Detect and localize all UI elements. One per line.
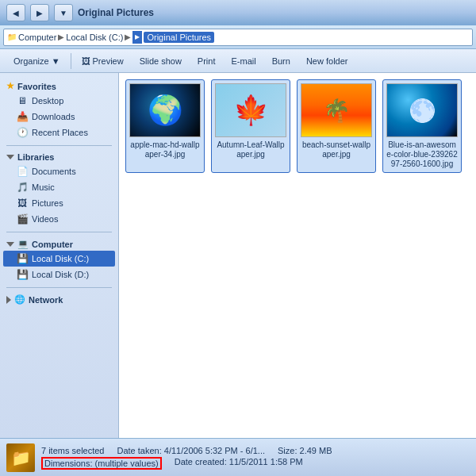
disk-d-icon: 💾 bbox=[16, 268, 29, 281]
burn-button[interactable]: Burn bbox=[265, 52, 298, 71]
sidebar-divider-3 bbox=[6, 287, 112, 288]
pictures-icon: 🖼 bbox=[16, 197, 29, 209]
address-bar: 📁 Computer ▶ Local Disk (C:) ▶ ▶ Origina… bbox=[0, 25, 476, 49]
organize-button[interactable]: Organize ▼ bbox=[6, 52, 67, 71]
status-count: 7 items selected bbox=[41, 446, 104, 455]
thumbnail-beach bbox=[301, 83, 372, 137]
network-icon: 🌐 bbox=[14, 294, 25, 305]
sidebar-favorites-header[interactable]: ★ Favorites bbox=[3, 79, 115, 93]
path-computer[interactable]: Computer bbox=[18, 33, 56, 42]
expand-icon bbox=[6, 155, 14, 159]
downloads-icon: 📥 bbox=[16, 110, 29, 123]
status-date-taken: Date taken: 4/11/2006 5:32 PM - 6/1... bbox=[117, 446, 265, 455]
dimensions-label: Dimensions: bbox=[44, 459, 93, 468]
sidebar-item-documents[interactable]: 📄 Documents bbox=[3, 163, 115, 179]
thumbnail-blue bbox=[386, 83, 458, 137]
file-area: apple-mac-hd-wallpaper-34.jpg Autumn-Lea… bbox=[119, 73, 476, 438]
toolbar: Organize ▼ 🖼 Preview Slide show Print E-… bbox=[0, 49, 476, 73]
file-label-leaf: Autumn-Leaf-Wallpaper.jpg bbox=[215, 140, 286, 159]
thumbnail-leaf bbox=[215, 83, 286, 137]
toolbar-sep1 bbox=[71, 53, 71, 69]
forward-button[interactable]: ▶ bbox=[30, 4, 49, 21]
music-icon: 🎵 bbox=[16, 181, 29, 194]
file-item-beach[interactable]: beach-sunset-wallpaper.jpg bbox=[297, 79, 376, 173]
dropdown-button[interactable]: ▼ bbox=[54, 4, 73, 21]
preview-button[interactable]: 🖼 Preview bbox=[75, 52, 131, 71]
main-area: ★ Favorites 🖥 Desktop 📥 Downloads 🕐 Rece… bbox=[0, 73, 476, 438]
thumbnail-earth bbox=[129, 83, 201, 137]
sidebar-item-local-disk-d[interactable]: 💾 Local Disk (D:) bbox=[3, 267, 115, 282]
file-label-earth: apple-mac-hd-wallpaper-34.jpg bbox=[129, 140, 201, 159]
status-bar: 📁 7 items selected Date taken: 4/11/2006… bbox=[0, 438, 476, 476]
sidebar-item-desktop[interactable]: 🖥 Desktop bbox=[3, 93, 115, 109]
path-current[interactable]: Original Pictures bbox=[144, 32, 214, 43]
status-text-block: 7 items selected Date taken: 4/11/2006 5… bbox=[41, 446, 470, 470]
title-bar-text: Original Pictures bbox=[78, 7, 154, 18]
desktop-icon: 🖥 bbox=[16, 94, 29, 107]
sidebar-item-recent-places[interactable]: 🕐 Recent Places bbox=[3, 125, 115, 140]
title-bar: ◀ ▶ ▼ Original Pictures bbox=[0, 0, 476, 25]
sidebar-divider-2 bbox=[6, 232, 112, 232]
sidebar-item-music[interactable]: 🎵 Music bbox=[3, 179, 115, 195]
path-arrow[interactable]: ▶ bbox=[132, 31, 142, 44]
status-row-2: Dimensions: (multiple values) Date creat… bbox=[41, 457, 470, 470]
status-date-created: Date created: 11/5/2011 1:58 PM bbox=[175, 457, 303, 470]
videos-icon: 🎬 bbox=[16, 213, 29, 225]
new-folder-button[interactable]: New folder bbox=[299, 52, 355, 71]
file-label-beach: beach-sunset-wallpaper.jpg bbox=[301, 140, 372, 159]
sep2: ▶ bbox=[125, 33, 131, 41]
sidebar-item-local-disk-c[interactable]: 💾 Local Disk (C:) bbox=[3, 251, 115, 267]
disk-c-icon: 💾 bbox=[16, 252, 29, 265]
recent-icon: 🕐 bbox=[16, 126, 29, 139]
file-item-leaf[interactable]: Autumn-Leaf-Wallpaper.jpg bbox=[211, 79, 290, 173]
dimensions-value: (multiple values) bbox=[95, 459, 159, 468]
status-folder-icon: 📁 bbox=[6, 443, 35, 472]
star-icon: ★ bbox=[6, 81, 14, 91]
network-expand-icon bbox=[6, 296, 11, 304]
status-row-1: 7 items selected Date taken: 4/11/2006 5… bbox=[41, 446, 470, 455]
print-button[interactable]: Print bbox=[190, 52, 223, 71]
file-item-earth[interactable]: apple-mac-hd-wallpaper-34.jpg bbox=[125, 79, 205, 173]
sidebar-network-header[interactable]: 🌐 Network bbox=[3, 293, 115, 306]
back-button[interactable]: ◀ bbox=[6, 4, 25, 21]
sep1: ▶ bbox=[58, 33, 64, 41]
computer-expand-icon bbox=[6, 242, 14, 247]
sidebar-libraries-header[interactable]: Libraries bbox=[3, 151, 115, 163]
status-dimensions: Dimensions: (multiple values) bbox=[41, 457, 162, 470]
file-label-blue: Blue-is-an-awesome-color-blue-23926297-2… bbox=[386, 140, 458, 169]
address-path[interactable]: 📁 Computer ▶ Local Disk (C:) ▶ ▶ Origina… bbox=[3, 29, 473, 46]
sidebar-divider-1 bbox=[6, 145, 112, 146]
sidebar-item-pictures[interactable]: 🖼 Pictures bbox=[3, 195, 115, 211]
path-icon: 📁 bbox=[7, 33, 17, 41]
sidebar: ★ Favorites 🖥 Desktop 📥 Downloads 🕐 Rece… bbox=[0, 73, 119, 438]
sidebar-computer-header[interactable]: 💻 Computer bbox=[3, 237, 115, 251]
email-button[interactable]: E-mail bbox=[224, 52, 263, 71]
slideshow-button[interactable]: Slide show bbox=[132, 52, 189, 71]
file-item-blue[interactable]: Blue-is-an-awesome-color-blue-23926297-2… bbox=[382, 79, 462, 173]
sidebar-item-downloads[interactable]: 📥 Downloads bbox=[3, 109, 115, 125]
documents-icon: 📄 bbox=[16, 165, 29, 178]
sidebar-item-videos[interactable]: 🎬 Videos bbox=[3, 211, 115, 227]
path-local-disk[interactable]: Local Disk (C:) bbox=[66, 33, 123, 42]
computer-icon: 💻 bbox=[17, 239, 29, 249]
status-size: Size: 2.49 MB bbox=[278, 446, 332, 455]
